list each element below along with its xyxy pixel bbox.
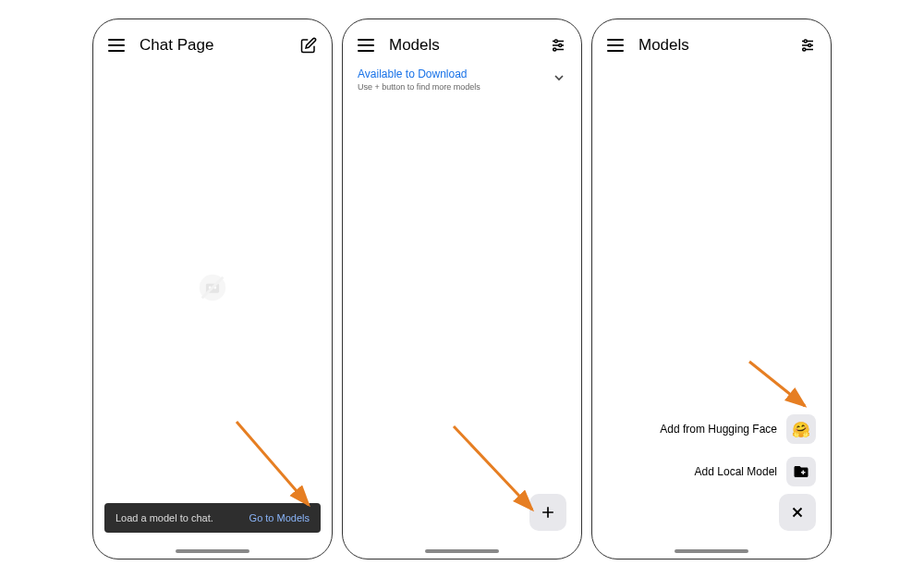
header: Models bbox=[592, 19, 831, 68]
svg-point-8 bbox=[554, 40, 557, 43]
menu-icon[interactable] bbox=[358, 39, 374, 52]
option-label: Add Local Model bbox=[695, 465, 777, 478]
tune-icon[interactable] bbox=[550, 37, 566, 54]
svg-line-26 bbox=[749, 362, 805, 406]
menu-icon[interactable] bbox=[607, 39, 624, 52]
svg-point-10 bbox=[559, 44, 562, 47]
robot-placeholder-icon bbox=[197, 272, 228, 307]
go-to-models-link[interactable]: Go to Models bbox=[249, 512, 310, 523]
load-model-text: Load a model to chat. bbox=[116, 512, 213, 523]
page-title: Chat Page bbox=[140, 36, 286, 55]
huggingface-icon: 🤗 bbox=[786, 414, 816, 444]
section-subtitle: Use + button to find more models bbox=[358, 82, 552, 92]
option-label: Add from Hugging Face bbox=[660, 423, 777, 436]
home-indicator bbox=[176, 549, 249, 553]
add-local-model[interactable]: Add Local Model bbox=[695, 457, 816, 486]
tune-icon[interactable] bbox=[799, 37, 816, 54]
svg-line-16 bbox=[454, 426, 532, 510]
chevron-down-icon bbox=[552, 70, 566, 89]
page-title: Models bbox=[389, 36, 535, 55]
edit-icon[interactable] bbox=[300, 37, 317, 54]
add-from-huggingface[interactable]: Add from Hugging Face 🤗 bbox=[660, 414, 816, 444]
close-fab[interactable] bbox=[779, 494, 816, 531]
home-indicator bbox=[675, 549, 748, 553]
svg-point-22 bbox=[803, 48, 806, 51]
header: Chat Page bbox=[93, 19, 332, 68]
page-title: Models bbox=[638, 36, 784, 55]
screen-chat-page: Chat Page Load a model to chat. Go to Mo… bbox=[92, 18, 333, 560]
svg-point-18 bbox=[804, 40, 807, 43]
add-model-fab[interactable] bbox=[529, 494, 566, 531]
annotation-arrow bbox=[740, 352, 823, 422]
folder-plus-icon bbox=[786, 457, 816, 486]
svg-point-20 bbox=[808, 44, 811, 47]
menu-icon[interactable] bbox=[108, 39, 125, 52]
home-indicator bbox=[425, 549, 499, 553]
load-model-bar: Load a model to chat. Go to Models bbox=[104, 503, 321, 533]
section-title: Available to Download bbox=[358, 68, 552, 80]
svg-point-12 bbox=[553, 48, 556, 51]
screen-models-expanded: Models Add from Hugging Face 🤗 Add Local… bbox=[591, 18, 832, 560]
available-section[interactable]: Available to Download Use + button to fi… bbox=[343, 68, 581, 92]
header: Models bbox=[343, 19, 581, 68]
screen-models: Models Available to Download Use + butto… bbox=[342, 18, 582, 560]
svg-line-6 bbox=[237, 422, 309, 505]
